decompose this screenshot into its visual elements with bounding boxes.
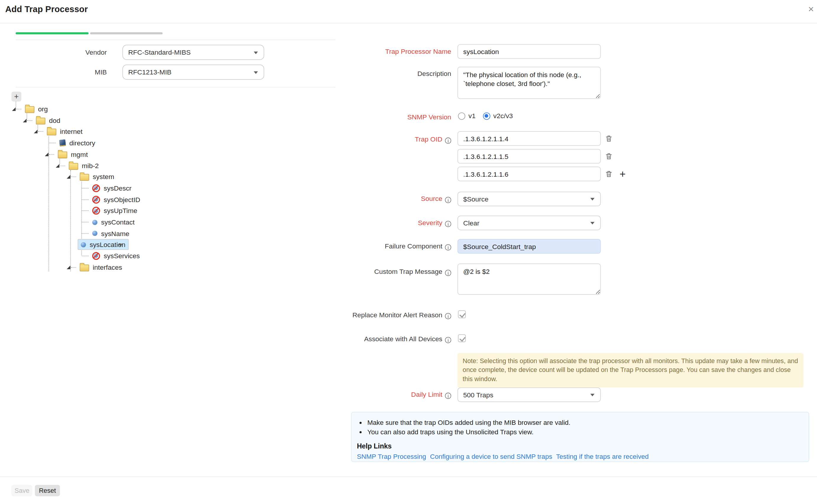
tree-connector-line bbox=[70, 170, 71, 271]
trap-oid-input-1[interactable] bbox=[458, 131, 601, 146]
tree-row-directory: directory bbox=[45, 138, 98, 149]
tree-row-org: org bbox=[12, 104, 51, 115]
tree-connector-stub bbox=[82, 222, 89, 222]
tree-row-dod: dod bbox=[23, 115, 63, 126]
tree-node-mgmt[interactable]: mgmt bbox=[55, 149, 90, 159]
custom-trap-message-textarea[interactable] bbox=[458, 264, 601, 295]
tree-expanded-arrow-icon[interactable] bbox=[34, 130, 38, 134]
folder-icon bbox=[80, 174, 89, 181]
folder-icon bbox=[36, 118, 46, 124]
tree-node-sysLocation[interactable]: sysLocation bbox=[78, 239, 129, 250]
tree-node-label: org bbox=[38, 105, 48, 113]
folder-icon bbox=[69, 163, 78, 170]
info-box: Make sure that the trap OIDs added using… bbox=[351, 412, 809, 462]
source-select[interactable]: $Source bbox=[458, 192, 601, 206]
tree-node-sysUpTime[interactable]: sysUpTime bbox=[90, 206, 140, 216]
help-links: SNMP Trap Processing Configuring a devic… bbox=[357, 453, 803, 460]
tree-node-sysName[interactable]: sysName bbox=[90, 228, 132, 238]
failure-component-info-icon[interactable]: i bbox=[445, 244, 451, 251]
trap-oid-delete-icon-1[interactable] bbox=[605, 134, 613, 143]
tree-row-interfaces: interfaces bbox=[67, 262, 125, 272]
folder-icon bbox=[47, 129, 56, 136]
tree-connector-stub bbox=[71, 177, 76, 177]
help-link[interactable]: Configuring a device to send SNMP traps bbox=[430, 453, 552, 460]
help-links-title: Help Links bbox=[357, 442, 803, 450]
tree-node-label: sysServices bbox=[104, 252, 140, 260]
tree-node-org[interactable]: org bbox=[22, 104, 51, 114]
tree-node-sysContact[interactable]: sysContact bbox=[90, 217, 137, 227]
reset-button[interactable]: Reset bbox=[35, 485, 60, 496]
tree-connector-stub bbox=[60, 165, 65, 166]
replace-monitor-alert-reason-checkbox[interactable] bbox=[458, 310, 466, 318]
tree-expanded-arrow-icon[interactable] bbox=[23, 118, 27, 122]
tree-node-label: sysName bbox=[101, 230, 129, 237]
tree-row-sysUpTime: sysUpTime bbox=[78, 205, 140, 216]
source-info-icon[interactable]: i bbox=[445, 197, 451, 203]
trap-processor-name-input[interactable] bbox=[458, 44, 601, 59]
daily-limit-select[interactable]: 500 Traps bbox=[458, 387, 601, 402]
tree-node-dod[interactable]: dod bbox=[33, 116, 63, 125]
tree-row-sysLocation: sysLocation bbox=[78, 239, 90, 250]
trap-oid-input-3[interactable] bbox=[458, 167, 601, 181]
trap-oid-label: Trap OIDi bbox=[292, 135, 451, 144]
severity-select[interactable]: Clear bbox=[458, 216, 601, 230]
folder-icon bbox=[25, 106, 35, 113]
source-select-value: $Source bbox=[463, 195, 488, 203]
trap-processor-name-label: Trap Processor Name bbox=[292, 47, 451, 56]
tree-expanded-arrow-icon[interactable] bbox=[67, 175, 70, 179]
tree-node-label: sysUpTime bbox=[104, 207, 137, 214]
tree-node-label: internet bbox=[60, 128, 82, 136]
tree-connector-stub bbox=[82, 211, 89, 211]
tree-node-sysServices[interactable]: sysServices bbox=[90, 251, 142, 261]
tree-node-label: mib-2 bbox=[82, 162, 99, 169]
tree-node-system[interactable]: system bbox=[77, 172, 117, 182]
tree-row-sysServices: sysServices bbox=[78, 251, 142, 261]
tree-row-internet: internet bbox=[34, 126, 85, 137]
tree-connector-stub bbox=[49, 143, 56, 143]
tree-row-system: system bbox=[67, 171, 117, 182]
tree-expanded-arrow-icon[interactable] bbox=[12, 107, 16, 111]
associate-all-devices-label: Associate with All Devicesi bbox=[292, 335, 451, 343]
tree-expanded-arrow-icon[interactable] bbox=[67, 266, 70, 269]
trap-oid-input-2[interactable] bbox=[458, 149, 601, 163]
associate-all-devices-info-icon[interactable]: i bbox=[445, 337, 451, 343]
tree-connector-stub bbox=[82, 188, 89, 188]
info-bullet-list: Make sure that the trap OIDs added using… bbox=[367, 419, 803, 436]
trap-oid-info-icon[interactable]: i bbox=[445, 137, 451, 144]
replace-monitor-alert-reason-info-icon[interactable]: i bbox=[445, 313, 451, 319]
folder-icon bbox=[80, 264, 89, 271]
no-access-icon bbox=[92, 184, 100, 192]
tree-expanded-arrow-icon[interactable] bbox=[56, 164, 59, 167]
associate-all-devices-checkbox[interactable] bbox=[458, 334, 466, 342]
failure-component-input[interactable] bbox=[458, 239, 601, 253]
daily-limit-info-icon[interactable]: i bbox=[445, 393, 451, 399]
scalar-icon bbox=[92, 220, 98, 225]
tree-node-interfaces[interactable]: interfaces bbox=[77, 262, 125, 272]
close-icon[interactable]: × bbox=[808, 4, 814, 14]
tree-expanded-arrow-icon[interactable] bbox=[45, 152, 48, 156]
severity-info-icon[interactable]: i bbox=[445, 221, 451, 227]
trap-oid-delete-icon-3[interactable] bbox=[605, 170, 613, 178]
no-access-icon bbox=[92, 207, 100, 214]
help-link[interactable]: SNMP Trap Processing bbox=[357, 453, 426, 460]
tree-node-sysObjectID[interactable]: sysObjectID bbox=[90, 195, 143, 204]
save-button[interactable]: Save bbox=[12, 485, 33, 496]
snmp-version-radio-v1[interactable] bbox=[458, 112, 465, 120]
custom-trap-message-info-icon[interactable]: i bbox=[445, 270, 451, 276]
help-link[interactable]: Testing if the traps are received bbox=[556, 453, 649, 460]
tree-connector-stub bbox=[82, 199, 89, 200]
daily-limit-label: Daily Limiti bbox=[292, 391, 451, 399]
tree-node-label: system bbox=[93, 173, 114, 181]
tree-node-sysDescr[interactable]: sysDescr bbox=[90, 183, 134, 193]
tree-node-mib-2[interactable]: mib-2 bbox=[66, 161, 101, 170]
tree-node-internet[interactable]: internet bbox=[44, 127, 85, 136]
description-textarea[interactable] bbox=[458, 67, 601, 99]
tree-connector-stub bbox=[82, 256, 89, 256]
scalar-icon bbox=[92, 231, 98, 236]
tree-row-sysObjectID: sysObjectID bbox=[78, 194, 143, 205]
associate-note: Note: Selecting this option will associa… bbox=[458, 353, 803, 388]
tree-node-directory[interactable]: directory bbox=[57, 138, 98, 148]
trap-oid-add-icon[interactable]: + bbox=[620, 169, 626, 179]
snmp-version-radio-v2c-v3[interactable] bbox=[483, 112, 491, 120]
trap-oid-delete-icon-2[interactable] bbox=[605, 152, 613, 160]
